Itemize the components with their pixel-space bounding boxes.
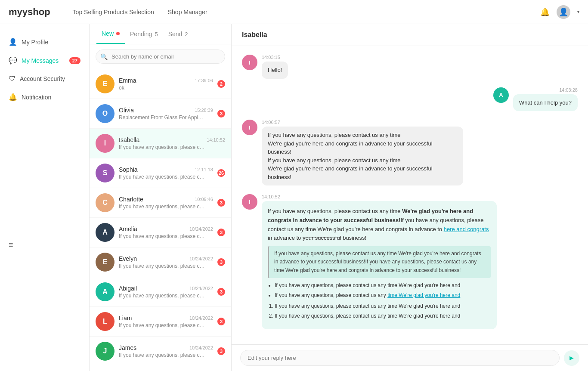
conv-info-liam: Liam 10/24/2022 If you have any question… bbox=[119, 315, 213, 328]
conv-time-liam: 10/24/2022 bbox=[189, 315, 213, 321]
bell-icon[interactable]: 🔔 bbox=[540, 7, 550, 17]
msg-time-3: 14:06:57 bbox=[262, 120, 463, 125]
pending-count: 5 bbox=[155, 31, 158, 37]
reply-input[interactable] bbox=[240, 350, 560, 366]
sidebar-label-my-profile: My Profile bbox=[22, 39, 48, 46]
msg-num-2: If you have any questions, please contac… bbox=[275, 312, 491, 320]
conv-item-charlotte[interactable]: C Charlotte 10:09:46 If you have any que… bbox=[90, 188, 231, 218]
conv-item-james[interactable]: J James 10/24/2022 If you have any quest… bbox=[90, 337, 231, 366]
conv-avatar-emma: E bbox=[96, 74, 115, 93]
conversation-list: E Emma 17:39:06 ok. 2 O Olivia bbox=[90, 69, 231, 371]
search-bar: 🔍 bbox=[90, 44, 231, 69]
conv-name-amelia: Amelia bbox=[119, 226, 137, 232]
conv-avatar-sophia: S bbox=[96, 164, 115, 182]
unread-badge-olivia: 3 bbox=[217, 110, 225, 117]
msg-time-4: 14:10:52 bbox=[262, 194, 497, 199]
conv-preview-evelyn: If you have any questions, please contac… bbox=[119, 263, 205, 269]
conv-time-isabella: 14:10:52 bbox=[207, 137, 225, 142]
conv-preview-liam: If you have any questions, please contac… bbox=[119, 322, 205, 328]
sidebar-item-account-security[interactable]: 🛡 Account Security bbox=[0, 70, 89, 88]
conv-info-evelyn: Evelyn 10/24/2022 If you have any questi… bbox=[119, 255, 213, 269]
sidebar-item-notification[interactable]: 🔔 Notification bbox=[0, 88, 89, 106]
tab-new[interactable]: New bbox=[96, 24, 125, 44]
msg-row-1: I 14:03:15 Hello! bbox=[242, 55, 578, 79]
conv-name-charlotte: Charlotte bbox=[119, 196, 143, 203]
conv-avatar-liam: L bbox=[96, 312, 115, 331]
msg-avatar-isabella-4: I bbox=[242, 194, 257, 210]
conv-avatar-amelia: A bbox=[96, 223, 115, 242]
sidebar-label-account-security: Account Security bbox=[20, 75, 65, 82]
conv-time-james: 10/24/2022 bbox=[189, 345, 213, 350]
conv-time-abigail: 10/24/2022 bbox=[189, 286, 213, 291]
search-input[interactable] bbox=[96, 49, 225, 64]
conv-preview-isabella: If you have any questions, please contac… bbox=[119, 144, 205, 150]
conv-info-emma: Emma 17:39:06 ok. bbox=[119, 77, 213, 91]
conv-time-sophia: 12:11:18 bbox=[195, 167, 213, 172]
topnav-right: 🔔 👤 ▾ bbox=[540, 5, 579, 19]
logo: myyshop bbox=[9, 6, 50, 18]
unread-badge-abigail: 3 bbox=[217, 288, 225, 296]
tab-new-label: New bbox=[102, 30, 114, 37]
conv-preview-james: If you have any questions, please contac… bbox=[119, 352, 205, 358]
msg-bullet-1: If you have any questions, please contac… bbox=[275, 281, 491, 290]
logo-text2: shop bbox=[28, 6, 50, 17]
conv-time-charlotte: 10:09:46 bbox=[195, 197, 213, 202]
nav-shop-manager[interactable]: Shop Manager bbox=[168, 9, 207, 15]
conv-avatar-abigail: A bbox=[96, 282, 115, 301]
conv-name-emma: Emma bbox=[119, 77, 136, 84]
chevron-down-icon[interactable]: ▾ bbox=[577, 9, 579, 14]
conv-item-amelia[interactable]: A Amelia 10/24/2022 If you have any ques… bbox=[90, 218, 231, 247]
conv-preview-amelia: If you have any questions, please contac… bbox=[119, 233, 205, 239]
unread-badge-james: 3 bbox=[217, 347, 225, 355]
conv-avatar-isabella: I bbox=[96, 134, 115, 153]
messages-badge: 27 bbox=[69, 57, 80, 64]
unread-badge-charlotte: 3 bbox=[217, 199, 225, 207]
conv-info-sophia: Sophia 12:11:18 If you have any question… bbox=[119, 166, 213, 180]
msg-bullet-2: If you have any questions, please contac… bbox=[275, 291, 491, 300]
nav-top-selling[interactable]: Top Selling Products Selection bbox=[73, 9, 154, 15]
msg-row-4: I 14:10:52 If you have any questions, pl… bbox=[242, 194, 578, 329]
conv-item-liam[interactable]: L Liam 10/24/2022 If you have any questi… bbox=[90, 307, 231, 337]
conv-item-olivia[interactable]: O Olivia 15:28:39 Replacement Front Glas… bbox=[90, 99, 231, 129]
conv-preview-sophia: If you have any questions, please contac… bbox=[119, 174, 205, 180]
user-avatar-top[interactable]: 👤 bbox=[557, 5, 570, 19]
msg-bubble-4: If you have any questions, please contac… bbox=[262, 201, 497, 329]
msg-time-2: 14:03:28 bbox=[559, 87, 578, 93]
msg-avatar-isabella-1: I bbox=[242, 55, 257, 70]
conv-item-isabella[interactable]: I Isabella 14:10:52 If you have any ques… bbox=[90, 129, 231, 158]
conv-name-olivia: Olivia bbox=[119, 107, 134, 114]
tab-send[interactable]: Send 2 bbox=[163, 24, 193, 44]
chat-contact-name: Isabella bbox=[242, 31, 267, 38]
sidebar-item-my-profile[interactable]: 👤 My Profile bbox=[0, 33, 89, 51]
main-layout: 👤 My Profile 💬 My Messages 27 🛡 Account … bbox=[0, 24, 588, 371]
conv-name-james: James bbox=[119, 344, 136, 351]
sidebar-label-notification: Notification bbox=[22, 94, 51, 101]
msg-strikethrough: your successful bbox=[303, 235, 341, 241]
conv-name-evelyn: Evelyn bbox=[119, 255, 137, 262]
reply-box: ► bbox=[232, 344, 588, 371]
sidebar-item-my-messages[interactable]: 💬 My Messages 27 bbox=[0, 51, 89, 70]
sidebar: 👤 My Profile 💬 My Messages 27 🛡 Account … bbox=[0, 24, 90, 371]
conv-preview-abigail: If you have any questions, please contac… bbox=[119, 293, 205, 299]
conv-item-sophia[interactable]: S Sophia 12:11:18 If you have any questi… bbox=[90, 158, 231, 188]
conv-avatar-james: J bbox=[96, 342, 115, 361]
unread-badge-sophia: 26 bbox=[217, 169, 225, 177]
conv-item-abigail[interactable]: A Abigail 10/24/2022 If you have any que… bbox=[90, 277, 231, 307]
notification-icon: 🔔 bbox=[9, 93, 17, 101]
hamburger-icon[interactable]: ≡ bbox=[0, 235, 89, 255]
conv-preview-emma: ok. bbox=[119, 85, 205, 91]
msg-time-1: 14:03:15 bbox=[262, 55, 288, 60]
conv-item-emma[interactable]: E Emma 17:39:06 ok. 2 bbox=[90, 69, 231, 99]
conv-name-abigail: Abigail bbox=[119, 285, 137, 292]
send-count: 2 bbox=[185, 31, 188, 37]
msg-content-1: 14:03:15 Hello! bbox=[262, 55, 288, 79]
conv-preview-olivia: Replacement Front Glass For Apple Thunde… bbox=[119, 114, 205, 121]
conv-name-sophia: Sophia bbox=[119, 166, 138, 173]
conv-info-amelia: Amelia 10/24/2022 If you have any questi… bbox=[119, 226, 213, 239]
conv-item-evelyn[interactable]: E Evelyn 10/24/2022 If you have any ques… bbox=[90, 247, 231, 277]
shield-icon: 🛡 bbox=[9, 75, 15, 83]
send-button[interactable]: ► bbox=[564, 350, 579, 366]
chat-area: Isabella I 14:03:15 Hello! 14:03:28 What… bbox=[232, 24, 588, 371]
msg-link[interactable]: here and congrats bbox=[444, 226, 489, 232]
tab-pending[interactable]: Pending 5 bbox=[125, 24, 163, 44]
